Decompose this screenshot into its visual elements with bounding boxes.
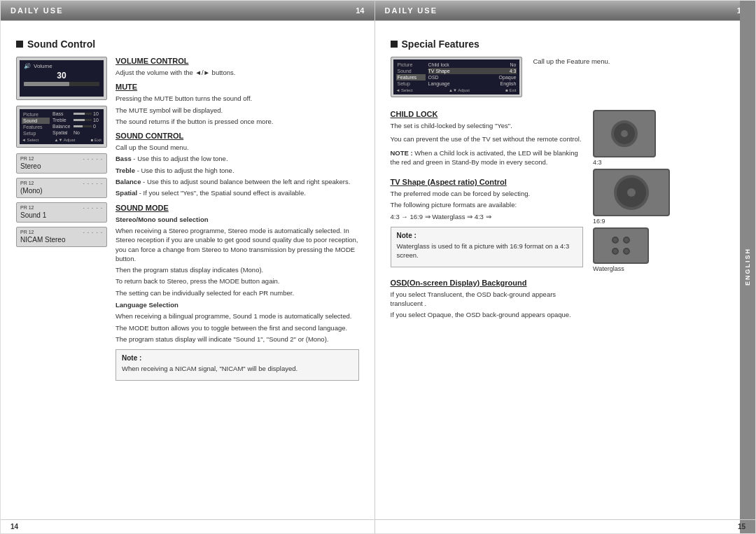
aspect-169-tv — [593, 169, 670, 216]
sound-control-balance: Balance - Use this to adjust sound balan… — [115, 177, 359, 186]
child-lock-title: CHILD LOCK — [391, 110, 584, 118]
volume-bar — [24, 82, 99, 86]
wdot-3 — [612, 248, 619, 255]
sound-mode-title: SOUND MODE — [115, 204, 359, 212]
aspect-43-label: 4:3 — [593, 159, 733, 166]
sound-mode-screens: PR 12 - - - - - Stereo PR 12 - - - - - (… — [16, 153, 107, 247]
aspect-169-center — [627, 188, 636, 197]
feature-footer-adjust: ▲▼ Adjust — [449, 88, 470, 92]
spatial-row: Spatial No — [52, 130, 102, 135]
feature-osd-row: OSD Opaque — [428, 74, 517, 80]
tv-shape-note-body: Waterglass is used to fit a picture with… — [397, 241, 578, 260]
feature-language-value: English — [500, 81, 517, 86]
language-body2: The MODE button allows you to toggle bet… — [115, 323, 359, 332]
right-header-title: DAILY USE — [385, 6, 438, 15]
pr-mono-dots: - - - - - — [83, 181, 103, 185]
pr-nicam-num: PR 12 — [20, 230, 34, 234]
pr-screen-sound1: PR 12 - - - - - Sound 1 — [16, 202, 107, 223]
feature-sound: Sound — [396, 68, 426, 74]
feature-child-lock-row: Child lock No — [428, 62, 517, 68]
volume-fill — [24, 82, 69, 86]
stereo-mono-body1: When receiving a Stereo programme, Stere… — [115, 226, 359, 263]
feature-osd-value: Opaque — [499, 75, 517, 80]
right-images-col: 4:3 16:9 — [593, 110, 733, 322]
balance-bar — [74, 125, 92, 127]
left-header-title: DAILY USE — [10, 6, 63, 15]
footer-select: ◄ Select — [22, 138, 38, 142]
aspect-169-label: 16:9 — [593, 218, 733, 225]
left-header-line — [1, 20, 374, 21]
stereo-mono-body3: To return back to Stereo, press the MODE… — [115, 276, 359, 286]
treble-row: Treble 10 — [52, 118, 102, 122]
bass-value: 10 — [93, 111, 102, 116]
menu-items-col: Picture Sound Features Setup — [22, 111, 50, 136]
child-lock-note: NOTE : When a Child lock is activated, t… — [391, 148, 584, 167]
feature-left-menu: Picture Sound Features Setup — [396, 62, 426, 87]
feature-features: Features — [396, 74, 426, 80]
osd-body2: If you select Opaque, the OSD back-groun… — [391, 310, 584, 319]
volume-screen-inner: 🔊 Volume 30 — [20, 60, 104, 97]
aspect-169-container: 16:9 — [593, 169, 733, 225]
pr-sound1-dots: - - - - - — [83, 205, 103, 210]
spatial-value: No — [74, 130, 80, 135]
volume-control-body: Adjust the volume with the ◄/► buttons. — [115, 68, 359, 77]
feature-language-row: Language English — [428, 80, 517, 87]
right-header-line — [375, 20, 756, 21]
mute-body3: The sound returns if the button is press… — [115, 117, 359, 126]
pr-sound1-label: Sound 1 — [20, 211, 103, 220]
treble-fill — [74, 119, 85, 121]
left-section-title: Sound Control — [16, 38, 359, 50]
treble-value: 10 — [93, 118, 102, 122]
pr-nicam-top: PR 12 - - - - - — [20, 230, 103, 234]
menu-item-features: Features — [22, 124, 50, 130]
waterglass-dots — [612, 237, 630, 255]
pr-stereo-top: PR 12 - - - - - — [20, 156, 103, 161]
tv-shape-body2: The following picture formats are availa… — [391, 200, 584, 209]
bass-fill — [74, 113, 85, 115]
pr-nicam-label: NICAM Stereo — [20, 235, 103, 244]
sound-control-bass: Bass - Use this to adjust the low tone. — [115, 154, 359, 163]
feature-menu-layout: Picture Sound Features Setup Child lock … — [396, 62, 517, 87]
sound-control-spatial: Spatial - If you select "Yes", the Spati… — [115, 188, 359, 197]
pr-stereo-num: PR 12 — [20, 156, 34, 161]
child-lock-body2: You can prevent the use of the TV set wi… — [391, 134, 584, 143]
feature-footer-select: ◄ Select — [396, 88, 413, 92]
pr-mono-label: (Mono) — [20, 186, 103, 195]
volume-control-title: VOLUME CONTROL — [115, 57, 359, 65]
wdot-1 — [612, 237, 619, 244]
pr-sound1-top: PR 12 - - - - - — [20, 205, 103, 210]
balance-label: Balance — [52, 124, 72, 129]
text-column: VOLUME CONTROL Adjust the volume with th… — [115, 57, 359, 381]
sound-menu-inner: Picture Sound Features Setup Bass — [20, 109, 104, 144]
left-bottom-bar: 14 — [1, 519, 374, 533]
bass-row: Bass 10 — [52, 111, 102, 116]
mute-body1: Pressing the MUTE button turns the sound… — [115, 94, 359, 103]
right-section-label: Special Features — [402, 38, 479, 50]
aspect-43-tv — [593, 110, 656, 157]
right-page-content: CHILD LOCK The set is child-locked by se… — [391, 110, 734, 322]
pr-mono-num: PR 12 — [20, 181, 34, 185]
mute-body2: The MUTE symbol will be displayed. — [115, 106, 359, 115]
feature-osd-label: OSD — [428, 75, 439, 80]
section-icon — [16, 41, 23, 48]
child-lock-body1: The set is child-locked by selecting "Ye… — [391, 121, 584, 130]
stereo-mono-body2: Then the program status display indicate… — [115, 265, 359, 274]
balance-fill — [74, 125, 83, 127]
feature-menu-footer: ◄ Select ▲▼ Adjust ■ Exit — [396, 88, 517, 92]
call-up-text-area: Call up the Feature menu. — [533, 57, 734, 104]
tv-shape-note-title: Note : — [397, 232, 578, 239]
treble-label: Treble — [52, 118, 72, 122]
language-subtitle: Language Selection — [115, 300, 359, 309]
child-lock-note-body: When a Child lock is activated, the LED … — [391, 149, 578, 166]
pr-stereo-label: Stereo — [20, 162, 103, 171]
menu-footer: ◄ Select ▲▼ Adjust ■ Exit — [22, 138, 102, 142]
sound-control-treble: Treble - Use this to adjust the high ton… — [115, 166, 359, 175]
tv-shape-formats: 4:3 → 16:9 ⇒ Waterglass ⇒ 4:3 ⇒ — [391, 212, 584, 221]
sound-control-title: SOUND CONTROL — [115, 132, 359, 140]
call-up-text: Call up the Feature menu. — [533, 57, 734, 66]
left-page-number: 14 — [356, 6, 364, 15]
menu-item-picture: Picture — [22, 111, 50, 118]
aspect-43-container: 4:3 — [593, 110, 733, 166]
right-bottom-bar: 15 — [375, 519, 756, 533]
child-lock-note-label: NOTE : — [391, 149, 413, 157]
